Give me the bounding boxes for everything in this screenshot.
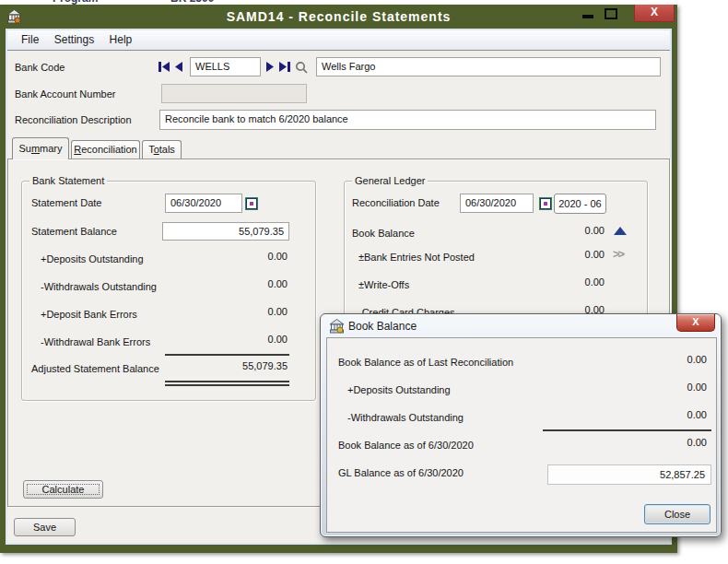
adjusted-statement-balance-label: Adjusted Statement Balance xyxy=(31,363,159,374)
bank-account-label: Bank Account Number xyxy=(15,88,115,100)
book-balance-asof-value: 0.00 xyxy=(687,437,707,448)
general-ledger-group-title: General Ledger xyxy=(352,175,428,186)
dialog-close-button[interactable]: X xyxy=(676,314,715,332)
book-balance-value: 0.00 xyxy=(585,225,605,236)
menu-bar: File Settings Help xyxy=(7,30,670,51)
bank-account-input[interactable] xyxy=(161,84,307,103)
close-button[interactable]: X xyxy=(634,5,675,22)
bank-entries-label: ±Bank Entries Not Posted xyxy=(358,252,475,263)
tab-reconciliation[interactable]: Reconciliation xyxy=(71,140,140,159)
popup-deposits-outstanding-value: 0.00 xyxy=(687,382,707,393)
deposit-bank-errors-label: +Deposit Bank Errors xyxy=(41,309,137,320)
adjusted-statement-balance-value: 55,079.35 xyxy=(242,360,288,371)
bank-entries-drilldown-icon[interactable]: >> xyxy=(613,247,623,261)
minimize-button[interactable] xyxy=(582,15,593,18)
tab-summary[interactable]: Summary xyxy=(12,137,69,159)
statement-date-label: Statement Date xyxy=(31,197,101,208)
withdrawals-outstanding-label: -Withdrawals Outstanding xyxy=(41,281,157,292)
book-balance-last-recon-value: 0.00 xyxy=(687,354,707,365)
menu-file[interactable]: File xyxy=(16,30,44,46)
popup-withdrawals-outstanding-value: 0.00 xyxy=(687,409,707,420)
book-balance-drilldown-icon[interactable] xyxy=(614,227,627,235)
bank-name-display: Wells Fargo xyxy=(316,57,661,76)
window-title: SAMD14 - Reconcile Statements xyxy=(0,9,677,24)
fiscal-period-field: 2020 - 06 xyxy=(554,194,606,214)
maximize-button[interactable] xyxy=(605,8,617,19)
reconciliation-date-label: Reconciliation Date xyxy=(352,197,440,208)
write-offs-label: ±Write-Offs xyxy=(358,279,409,290)
gl-balance-field: 52,857.25 xyxy=(547,464,711,485)
finder-search-icon[interactable] xyxy=(295,61,308,74)
withdrawal-bank-errors-label: -Withdrawal Bank Errors xyxy=(41,336,150,347)
last-record-button[interactable] xyxy=(278,62,291,72)
book-balance-label: Book Balance xyxy=(352,228,415,239)
reconciliation-date-calendar-button[interactable] xyxy=(539,197,552,210)
dialog-title: Book Balance xyxy=(348,320,417,333)
calculate-button[interactable]: Calculate xyxy=(23,480,103,499)
book-balance-last-recon-label: Book Balance as of Last Reconciliation xyxy=(338,357,513,368)
deposits-outstanding-label: +Deposits Outstanding xyxy=(41,253,144,264)
tab-totals[interactable]: Totals xyxy=(142,140,182,159)
dialog-body: Book Balance as of Last Reconciliation 0… xyxy=(326,337,717,533)
withdrawal-bank-errors-value: 0.00 xyxy=(268,334,288,345)
menu-help[interactable]: Help xyxy=(104,30,138,46)
bank-statement-group-title: Bank Statement xyxy=(29,175,107,186)
bank-icon xyxy=(329,318,345,334)
bank-code-label: Bank Code xyxy=(15,62,65,73)
book-balance-asof-label: Book Balance as of 6/30/2020 xyxy=(338,440,474,451)
save-button[interactable]: Save xyxy=(14,518,76,536)
recon-desc-label: Reconciliation Description xyxy=(15,114,132,125)
popup-withdrawals-outstanding-label: -Withdrawals Outstanding xyxy=(347,412,464,423)
write-offs-value: 0.00 xyxy=(585,276,605,288)
total-double-line xyxy=(165,381,289,386)
book-balance-dialog: Book Balance X Book Balance as of Last R… xyxy=(320,313,722,537)
statement-date-input[interactable]: 06/30/2020 xyxy=(165,194,242,213)
statement-balance-label: Statement Balance xyxy=(31,226,117,237)
deposit-bank-errors-value: 0.00 xyxy=(268,306,288,317)
first-record-button[interactable] xyxy=(158,62,170,72)
statement-balance-input[interactable]: 55,079.35 xyxy=(162,222,289,241)
popup-subtotal-line xyxy=(543,429,711,431)
gl-balance-label: GL Balance as of 6/30/2020 xyxy=(338,467,464,478)
subtotal-line xyxy=(165,354,289,356)
deposits-outstanding-value: 0.00 xyxy=(268,251,288,262)
bank-code-input[interactable]: WELLS xyxy=(190,57,261,76)
screen: Program BK 2500 SAMD14 - Reconcile State… xyxy=(0,0,728,564)
next-record-button[interactable] xyxy=(265,62,278,72)
withdrawals-outstanding-value: 0.00 xyxy=(268,278,288,289)
bank-statement-group: Bank Statement Statement Date 06/30/2020… xyxy=(21,181,316,401)
statement-date-calendar-button[interactable] xyxy=(245,197,258,210)
title-bar[interactable]: SAMD14 - Reconcile Statements X xyxy=(0,5,677,29)
bank-entries-value: 0.00 xyxy=(585,249,605,260)
previous-record-button[interactable] xyxy=(174,62,187,72)
popup-close-button[interactable]: Close xyxy=(644,504,710,524)
recon-desc-input[interactable]: Reconcile bank to match 6/2020 balance xyxy=(159,110,656,130)
menu-settings[interactable]: Settings xyxy=(49,30,100,46)
reconciliation-date-input[interactable]: 06/30/2020 xyxy=(460,194,534,213)
popup-deposits-outstanding-label: +Deposits Outstanding xyxy=(347,384,451,395)
